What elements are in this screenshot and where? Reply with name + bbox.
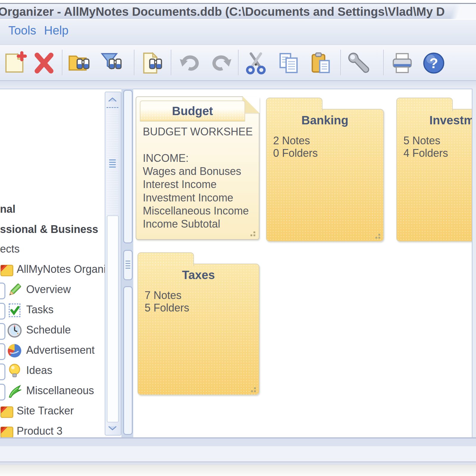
splitter-segment bbox=[123, 90, 133, 243]
tree-item-label: Miscellaneous bbox=[26, 384, 94, 397]
help-icon: ? bbox=[422, 51, 446, 75]
toolbar-separator bbox=[238, 50, 239, 75]
scroll-up-button[interactable] bbox=[105, 94, 120, 105]
search-folder-icon bbox=[67, 51, 91, 75]
folder-folders-count: 5 Folders bbox=[145, 302, 189, 314]
clipped-note-icon bbox=[0, 283, 5, 299]
folder-tab bbox=[266, 98, 322, 111]
scroll-down-button[interactable] bbox=[105, 422, 120, 434]
clock-icon bbox=[7, 322, 23, 339]
splitter-grip-dots bbox=[126, 259, 130, 270]
note-body-line: Income Subtotal bbox=[143, 218, 220, 230]
splitter-segment bbox=[123, 286, 133, 435]
cut-button[interactable] bbox=[242, 48, 270, 78]
tree-item-label: Site Tracker bbox=[17, 405, 74, 417]
window-title: Organizer - AllMyNotes Documents.ddb (C:… bbox=[0, 5, 446, 18]
tree-item-label: Schedule bbox=[26, 324, 71, 336]
options-button[interactable] bbox=[346, 48, 373, 78]
paste-button[interactable] bbox=[307, 48, 334, 78]
note-body-line: Wages and Bonuses bbox=[143, 165, 241, 178]
note-body-line: INCOME: bbox=[143, 152, 189, 165]
toolbar-separator bbox=[134, 50, 135, 75]
search-note-button[interactable] bbox=[138, 48, 165, 78]
note-card-budget[interactable]: Budget BUDGET WORKSHEE INCOME: Wages and… bbox=[136, 96, 259, 240]
notes-board-panel: Budget BUDGET WORKSHEE INCOME: Wages and… bbox=[133, 89, 472, 438]
note-icon bbox=[0, 424, 15, 438]
status-bar bbox=[0, 446, 476, 461]
note-body-line: BUDGET WORKSHEE bbox=[143, 126, 253, 138]
svg-text:?: ? bbox=[429, 55, 438, 71]
title-bar: Organizer - AllMyNotes Documents.ddb (C:… bbox=[0, 3, 476, 20]
tree-item-label: Overview bbox=[26, 283, 71, 296]
note-icon bbox=[0, 403, 15, 419]
titlebar-swoosh-decoration bbox=[437, 4, 476, 20]
status-bar-upper bbox=[0, 437, 476, 447]
note-card-header[interactable]: Budget bbox=[140, 101, 245, 121]
card-resize-grip[interactable] bbox=[249, 230, 255, 236]
copy-button[interactable] bbox=[275, 48, 302, 78]
folder-notes-count: 2 Notes bbox=[273, 134, 310, 147]
tree-scrollbar[interactable] bbox=[105, 92, 121, 436]
folder-card-investments[interactable]: Investme 5 Notes 4 Folders bbox=[396, 98, 472, 242]
search-filter-icon bbox=[99, 51, 123, 75]
toolbar-separator bbox=[340, 50, 341, 75]
search-filter-button[interactable] bbox=[98, 48, 125, 78]
menu-bar: Tools Help bbox=[0, 19, 476, 45]
folder-card-banking[interactable]: Banking 2 Notes 0 Folders bbox=[266, 98, 384, 242]
folder-notes-count: 7 Notes bbox=[145, 289, 181, 302]
pie-globe-icon bbox=[7, 343, 23, 359]
new-note-button[interactable] bbox=[1, 48, 29, 78]
folder-body bbox=[396, 109, 472, 242]
panel-splitter[interactable] bbox=[121, 89, 133, 437]
new-note-icon bbox=[3, 51, 27, 75]
folder-body bbox=[266, 109, 384, 242]
menu-tools[interactable]: Tools bbox=[8, 24, 36, 37]
folder-title: Investme bbox=[396, 114, 472, 127]
search-folder-button[interactable] bbox=[65, 48, 93, 78]
card-resize-grip[interactable] bbox=[250, 386, 256, 392]
undo-icon bbox=[177, 51, 201, 75]
redo-icon bbox=[210, 51, 234, 75]
scroll-down-icon bbox=[107, 425, 118, 431]
card-resize-grip[interactable] bbox=[374, 232, 380, 239]
scroll-up-icon bbox=[107, 96, 118, 103]
print-button[interactable] bbox=[389, 48, 416, 78]
tree-item-label: Product 3 bbox=[17, 425, 62, 437]
window-right-border bbox=[472, 89, 476, 437]
clipped-note-icon bbox=[0, 343, 5, 360]
note-icon bbox=[0, 262, 15, 278]
clipped-note-icon bbox=[0, 303, 5, 320]
content-area: nal ssional & Business ects AllMyNotes O… bbox=[0, 89, 476, 437]
cut-icon bbox=[244, 51, 268, 75]
undo-button[interactable] bbox=[176, 48, 203, 78]
search-note-icon bbox=[140, 51, 164, 75]
pencil-icon bbox=[7, 282, 23, 298]
paste-icon bbox=[309, 51, 333, 75]
scrollbar-thumb-grip bbox=[109, 158, 116, 168]
note-body-line: Miscellaneous Income bbox=[143, 205, 249, 217]
note-body-line: Investment Income bbox=[143, 192, 233, 204]
scrollbar-track[interactable] bbox=[107, 215, 119, 422]
clipped-note-icon bbox=[0, 364, 5, 380]
toolbar-separator bbox=[383, 50, 384, 75]
printer-icon bbox=[390, 51, 414, 75]
folder-body bbox=[137, 264, 259, 395]
tree-item-label: ssional & Business bbox=[0, 223, 98, 236]
folder-folders-count: 0 Folders bbox=[273, 147, 318, 159]
tree-item-label: Tasks bbox=[26, 303, 54, 316]
help-button[interactable]: ? bbox=[420, 48, 447, 78]
clipped-note-icon bbox=[0, 323, 5, 340]
tree-item-label: AllMyNotes Organi bbox=[17, 263, 106, 275]
splitter-handle[interactable] bbox=[123, 250, 133, 280]
clipped-note-icon bbox=[0, 384, 5, 400]
scrollbar-thumb[interactable] bbox=[107, 107, 118, 216]
menu-help[interactable]: Help bbox=[44, 24, 68, 37]
toolbar: ? bbox=[0, 45, 476, 81]
delete-button[interactable] bbox=[30, 48, 58, 78]
checklist-icon bbox=[7, 302, 23, 318]
redo-button[interactable] bbox=[208, 48, 236, 78]
note-card-title: Budget bbox=[172, 104, 213, 118]
folder-notes-count: 5 Notes bbox=[403, 134, 440, 147]
folder-card-taxes[interactable]: Taxes 7 Notes 5 Folders bbox=[137, 252, 259, 395]
wrench-icon bbox=[347, 51, 371, 75]
